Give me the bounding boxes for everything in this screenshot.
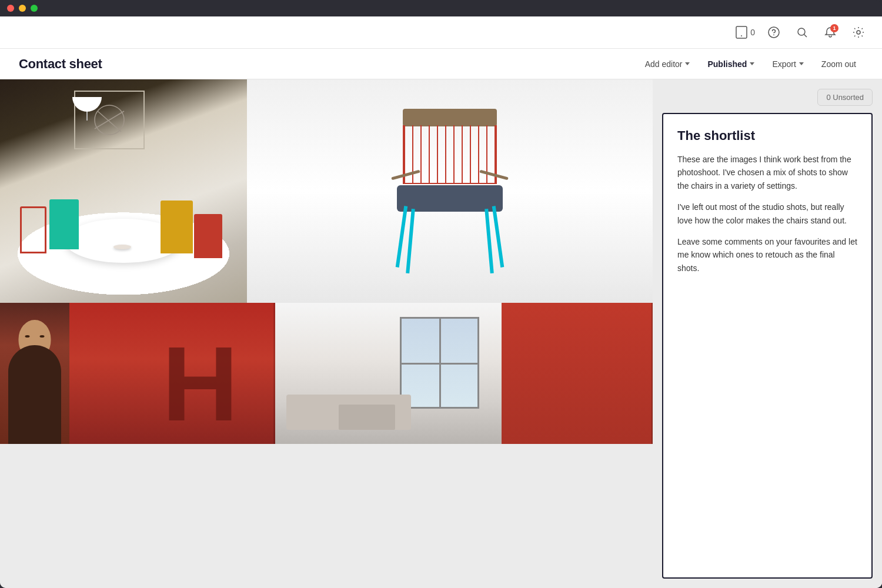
tablet-count: 0 [750,28,755,37]
svg-point-2 [769,27,779,38]
nav-bar: Contact sheet Add editor Published Expor… [0,49,882,79]
person-image[interactable] [0,303,69,444]
svg-line-4 [804,35,807,38]
search-button[interactable] [793,23,811,42]
svg-point-3 [798,28,805,35]
red-door-panel [502,303,653,444]
shortlist-paragraph-3: Leave some comments on your favourites a… [677,235,857,275]
help-button[interactable] [764,23,783,42]
window-divider-v [439,319,441,407]
published-chevron-icon [750,62,754,65]
notification-badge: 1 [830,24,838,32]
shortlist-paragraph-2: I've left out most of the studio shots, … [677,201,857,227]
interior-left [275,303,502,444]
zoom-out-label: Zoom out [821,59,856,69]
chair-orange [194,214,222,258]
browser-chrome: 0 [0,16,882,588]
table-plate [113,245,131,249]
chair-seat [397,185,503,212]
red-letter-decoration: H [162,331,239,437]
top-utility-bar: 0 [0,16,882,49]
svg-point-5 [857,31,860,34]
person-scene [0,303,69,444]
shortlist-card: The shortlist These are the images I thi… [662,113,873,579]
person-body [8,345,61,444]
unsorted-label-text: Unsorted [833,93,864,102]
interior-scene [275,303,502,444]
red-wall-image[interactable]: H [69,303,275,444]
close-button[interactable] [7,5,14,12]
export-label: Export [772,59,796,69]
chair-cyan [49,199,79,249]
interior-image[interactable] [275,303,653,444]
dining-room-image[interactable] [0,79,247,303]
chair-wire-back [403,125,497,184]
chair-leg-back-left [396,206,408,268]
wire-chair-illustration [391,109,509,273]
gallery-grid: H [0,79,653,588]
zoom-out-button[interactable]: Zoom out [814,56,863,72]
shortlist-paragraph-1: These are the images I think work best f… [677,153,857,192]
wire-chair-image[interactable] [247,79,653,303]
interior-split [275,303,653,444]
dining-room-scene [0,79,247,303]
lamp-decoration [69,97,105,121]
published-button[interactable]: Published [700,56,761,72]
maximize-button[interactable] [31,5,38,12]
unsorted-badge-container: 0 Unsorted [662,89,873,106]
coffee-table [339,405,395,430]
right-panel: 0 Unsorted The shortlist These are the i… [653,79,882,588]
door-edge [652,303,653,444]
wire-chair-scene [247,79,653,303]
unsorted-badge[interactable]: 0 Unsorted [817,89,873,106]
title-bar [0,0,882,16]
minimize-button[interactable] [19,5,26,12]
window-frame [400,317,479,409]
main-content: H [0,79,882,588]
red-wall-scene: H [69,303,275,444]
bottom-row: H [0,303,653,444]
app-window: 0 [0,0,882,588]
chair-yellow [161,201,193,253]
tablet-icon-group: 0 [735,26,755,39]
chair-leg-front-left [406,209,415,273]
chair-leg-back-right [492,206,505,268]
export-button[interactable]: Export [765,56,810,72]
notifications-button[interactable]: 1 [821,23,840,42]
shortlist-title: The shortlist [677,128,857,143]
chair-red-outline [20,206,46,253]
published-label: Published [707,59,747,69]
settings-button[interactable] [849,23,868,42]
add-editor-label: Add editor [645,59,683,69]
page-title: Contact sheet [19,56,102,72]
add-editor-button[interactable]: Add editor [638,56,697,72]
chair-leg-front-right [485,209,494,273]
tablet-icon [735,26,748,39]
unsorted-count: 0 [826,93,830,102]
top-icons-right: 0 [735,23,868,42]
add-editor-chevron-icon [685,62,690,65]
nav-actions: Add editor Published Export Zoom out [638,56,863,72]
chair-back-top [403,109,497,126]
export-chevron-icon [799,62,804,65]
